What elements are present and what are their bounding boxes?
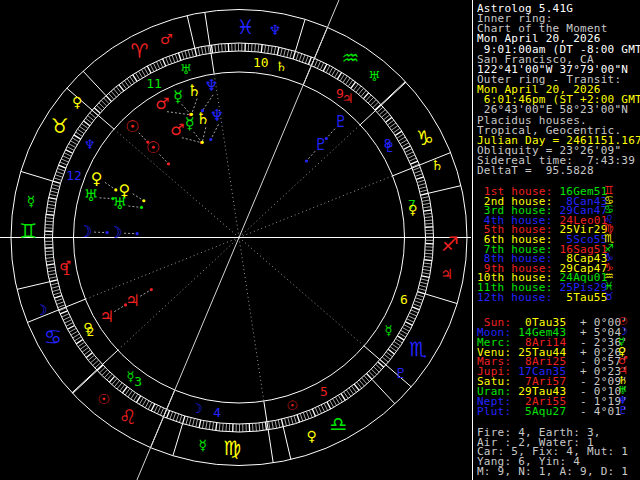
sign-boundary — [73, 371, 97, 394]
degree-tick — [178, 53, 180, 61]
degree-tick — [157, 407, 160, 414]
sign-capricorn-icon: ♑ — [416, 126, 434, 150]
degree-tick — [48, 274, 56, 276]
degree-tick — [351, 82, 356, 88]
degree-tick — [423, 203, 431, 204]
degree-tick — [148, 402, 152, 409]
degree-tick — [416, 177, 424, 179]
degree-tick — [45, 221, 53, 222]
degree-tick — [284, 49, 286, 57]
degree-tick — [272, 421, 273, 429]
stat-line: M: 9, N: 1, A: 9, D: 1 — [477, 466, 640, 476]
degree-tick — [81, 124, 87, 129]
transit-moon-icon: ☽ — [78, 222, 92, 241]
degree-tick — [83, 121, 89, 126]
house-cusp-line — [114, 129, 239, 237]
sign-boundary — [372, 379, 395, 403]
degree-tick — [420, 282, 428, 284]
degree-tick — [60, 162, 67, 165]
degree-tick — [259, 423, 260, 431]
degree-tick — [335, 397, 339, 404]
degree-tick — [403, 146, 410, 150]
degree-tick — [46, 264, 54, 265]
degree-tick — [299, 53, 302, 61]
degree-tick — [119, 85, 124, 91]
degree-tick — [411, 310, 418, 313]
degree-tick — [252, 43, 253, 51]
degree-tick — [408, 155, 415, 158]
degree-tick — [425, 257, 433, 258]
degree-tick — [47, 204, 55, 205]
house-cusp-outer — [264, 401, 273, 463]
degree-tick — [386, 117, 392, 122]
degree-tick — [291, 417, 293, 425]
transit-jupiter-icon: ♃ — [99, 307, 113, 326]
degree-tick — [101, 100, 107, 106]
degree-tick — [166, 57, 169, 64]
degree-tick — [344, 392, 348, 399]
degree-tick — [46, 214, 54, 215]
degree-tick — [337, 72, 341, 79]
sign-ruler-icon: ♀ — [307, 428, 317, 444]
chart-wheel: ♈♂♉♀♊☿♋☽♌☉♍☿♎♀♏♇♐♃♑♄♒♅♓♆1♂2♀3☿4☽5☉6☿7♀8♇… — [0, 0, 472, 480]
planet-degree-dot — [167, 162, 170, 165]
degree-tick — [421, 279, 429, 281]
degree-tick — [46, 257, 54, 258]
degree-tick — [326, 66, 330, 73]
degree-tick — [69, 328, 76, 332]
degree-tick — [405, 149, 412, 153]
degree-tick — [409, 158, 416, 161]
degree-tick — [290, 50, 292, 58]
degree-tick — [46, 261, 54, 262]
degree-tick — [114, 89, 119, 95]
degree-tick — [363, 93, 368, 99]
degree-tick — [223, 423, 224, 431]
degree-tick — [211, 45, 212, 53]
degree-tick — [167, 411, 170, 418]
degree-tick — [382, 112, 388, 117]
degree-tick — [391, 126, 398, 131]
house-ruler-icon: ♃ — [342, 91, 354, 106]
degree-tick — [419, 187, 427, 189]
degree-tick — [397, 336, 404, 340]
natal-sun-icon: ☉ — [146, 138, 160, 157]
degree-tick — [51, 188, 59, 190]
house-ruler-icon: ♄ — [275, 59, 287, 74]
degree-tick — [51, 286, 59, 288]
degree-tick — [99, 103, 105, 109]
degree-tick — [188, 50, 190, 58]
degree-tick — [288, 418, 290, 426]
degree-tick — [275, 420, 277, 428]
sign-boundary — [173, 424, 183, 456]
degree-tick — [133, 75, 137, 82]
planet-pointer-line — [105, 182, 116, 190]
degree-tick — [48, 201, 56, 203]
degree-tick — [212, 422, 213, 430]
house-number: 3 — [134, 374, 142, 389]
degree-tick — [423, 269, 431, 270]
degree-tick — [45, 224, 53, 225]
planet-degree-dot — [209, 138, 212, 141]
degree-tick — [422, 273, 430, 275]
house-ruler-icon: ♇ — [384, 140, 396, 155]
degree-tick — [175, 54, 178, 62]
degree-tick — [111, 91, 116, 97]
degree-tick — [61, 159, 68, 162]
degree-tick — [48, 270, 56, 271]
sign-ruler-icon: ♅ — [368, 68, 381, 84]
degree-tick — [124, 80, 129, 86]
planet-pointer-line — [100, 198, 113, 199]
planet-pointer-line — [140, 290, 151, 297]
degree-tick — [420, 190, 428, 192]
sign-ruler-icon: ☽ — [35, 302, 48, 318]
degree-tick — [185, 51, 187, 59]
degree-tick — [160, 408, 163, 415]
sign-ruler-icon: ♄ — [431, 157, 444, 173]
degree-tick — [219, 423, 220, 431]
sign-ruler-icon: ♆ — [269, 22, 282, 38]
degree-tick — [297, 415, 299, 423]
degree-tick — [215, 45, 216, 53]
degree-tick — [46, 211, 54, 212]
degree-tick — [423, 266, 431, 267]
degree-tick — [375, 104, 381, 109]
